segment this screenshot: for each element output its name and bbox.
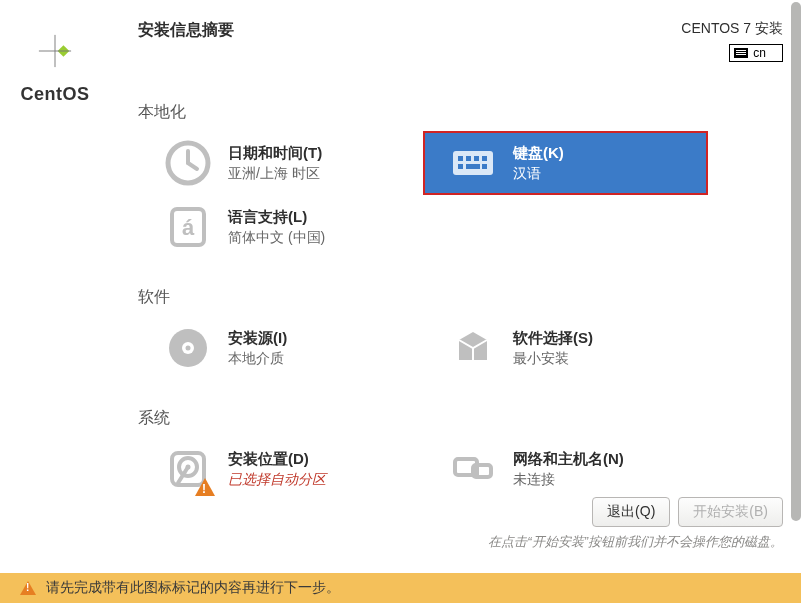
- warning-badge-icon: [195, 478, 215, 496]
- spoke-subtitle: 本地介质: [228, 350, 287, 368]
- page-title: 安装信息摘要: [138, 20, 234, 41]
- category-title: 软件: [138, 287, 783, 308]
- keyboard-icon: [734, 48, 748, 58]
- spoke-subtitle: 简体中文 (中国): [228, 229, 325, 247]
- spoke-subtitle: 亚洲/上海 时区: [228, 165, 322, 183]
- svg-rect-12: [474, 156, 479, 161]
- spoke-net[interactable]: 网络和主机名(N)未连接: [423, 437, 708, 501]
- svg-rect-15: [466, 164, 480, 169]
- svg-text:á: á: [182, 215, 195, 240]
- spoke-subtitle: 未连接: [513, 471, 624, 489]
- quit-button[interactable]: 退出(Q): [592, 497, 670, 527]
- spoke-subtitle: 已选择自动分区: [228, 471, 326, 489]
- svg-rect-14: [458, 164, 463, 169]
- keyboard-icon: [449, 139, 497, 187]
- scrollbar[interactable]: [791, 2, 801, 521]
- spoke-subtitle: 最小安装: [513, 350, 593, 368]
- warning-icon: [20, 581, 36, 595]
- warning-bar: 请先完成带有此图标标记的内容再进行下一步。: [0, 573, 801, 603]
- spoke-pkg[interactable]: 软件选择(S)最小安装: [423, 316, 708, 380]
- centos-logo-icon: [32, 28, 78, 74]
- disc-icon: [164, 324, 212, 372]
- category-title: 本地化: [138, 102, 783, 123]
- spoke-lang[interactable]: á语言支持(L)简体中文 (中国): [138, 195, 423, 259]
- keyboard-layout-label: cn: [753, 46, 766, 60]
- spoke-title: 软件选择(S): [513, 329, 593, 348]
- spoke-title: 日期和时间(T): [228, 144, 322, 163]
- svg-rect-16: [482, 164, 487, 169]
- category-title: 系统: [138, 408, 783, 429]
- keyboard-indicator[interactable]: cn: [729, 44, 783, 62]
- scrollbar-thumb[interactable]: [791, 2, 801, 521]
- begin-install-button[interactable]: 开始安装(B): [678, 497, 783, 527]
- spoke-title: 安装源(I): [228, 329, 287, 348]
- svg-point-21: [186, 346, 191, 351]
- warning-text: 请先完成带有此图标标记的内容再进行下一步。: [46, 579, 340, 597]
- spoke-disc[interactable]: 安装源(I)本地介质: [138, 316, 423, 380]
- pkg-icon: [449, 324, 497, 372]
- spoke-title: 网络和主机名(N): [513, 450, 624, 469]
- spoke-subtitle: 汉语: [513, 165, 564, 183]
- lang-icon: á: [164, 203, 212, 251]
- svg-rect-10: [458, 156, 463, 161]
- spoke-title: 安装位置(D): [228, 450, 326, 469]
- svg-line-8: [188, 163, 197, 169]
- spoke-keyboard[interactable]: 键盘(K)汉语: [423, 131, 708, 195]
- net-icon: [449, 445, 497, 493]
- hdd-icon: [164, 445, 212, 493]
- product-label: CENTOS 7 安装: [681, 20, 783, 38]
- spoke-clock[interactable]: 日期和时间(T)亚洲/上海 时区: [138, 131, 423, 195]
- spoke-title: 键盘(K): [513, 144, 564, 163]
- footer-hint: 在点击“开始安装”按钮前我们并不会操作您的磁盘。: [488, 533, 783, 551]
- spoke-hdd[interactable]: 安装位置(D)已选择自动分区: [138, 437, 423, 501]
- brand-text: CentOS: [20, 84, 89, 105]
- svg-rect-13: [482, 156, 487, 161]
- svg-rect-11: [466, 156, 471, 161]
- spoke-title: 语言支持(L): [228, 208, 325, 227]
- svg-rect-9: [453, 151, 493, 175]
- clock-icon: [164, 139, 212, 187]
